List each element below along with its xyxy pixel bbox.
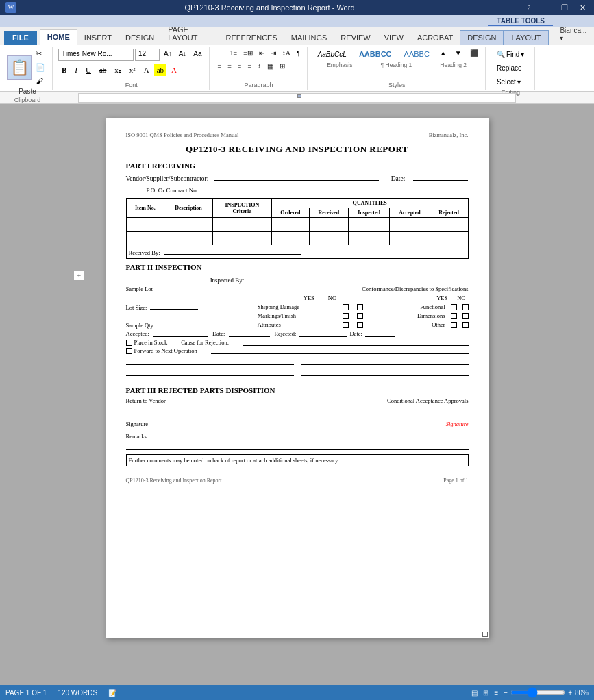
- tab-references[interactable]: REFERENCES: [219, 31, 284, 45]
- td-rejected2[interactable]: [430, 232, 468, 245]
- help-button[interactable]: ?: [523, 3, 535, 12]
- other-yes-checkbox[interactable]: [451, 322, 457, 328]
- font-color-button[interactable]: A: [168, 64, 180, 76]
- td-criteria1[interactable]: [212, 218, 271, 232]
- align-right-button[interactable]: ≡: [235, 61, 245, 73]
- td-ordered2[interactable]: [271, 232, 309, 245]
- shipping-yes-checkbox[interactable]: [343, 304, 349, 310]
- td-item1[interactable]: [126, 218, 164, 232]
- bullets-button[interactable]: ☰: [215, 48, 227, 60]
- lot-size-field[interactable]: [150, 303, 198, 310]
- style-emphasis[interactable]: AaBbCcL: [313, 49, 351, 60]
- minimize-button[interactable]: ─: [541, 3, 553, 12]
- zoom-out-button[interactable]: −: [504, 689, 508, 697]
- ruler-indent-marker[interactable]: [297, 94, 301, 98]
- inspected-by-field[interactable]: [247, 274, 384, 282]
- underline-button[interactable]: U: [82, 64, 95, 76]
- font-size-selector[interactable]: 12: [135, 49, 160, 61]
- td-criteria2[interactable]: [212, 232, 271, 245]
- return-vendor-sig-line[interactable]: [126, 407, 290, 416]
- show-formatting-button[interactable]: ¶: [294, 48, 303, 60]
- italic-button[interactable]: I: [71, 64, 81, 76]
- increase-font-size-button[interactable]: A↑: [161, 49, 175, 61]
- rejected-field[interactable]: [299, 330, 347, 337]
- td-rejected1[interactable]: [430, 218, 468, 232]
- line-spacing-button[interactable]: ↕: [255, 61, 264, 73]
- close-button[interactable]: ✕: [576, 3, 589, 12]
- tab-mailings[interactable]: MAILINGS: [284, 31, 334, 45]
- decrease-font-size-button[interactable]: A↓: [176, 49, 190, 61]
- multilevel-list-button[interactable]: ≡⊞: [240, 48, 256, 60]
- tab-acrobat[interactable]: ACROBAT: [410, 31, 460, 45]
- sample-qty-field[interactable]: [158, 321, 199, 327]
- zoom-in-button[interactable]: +: [568, 689, 572, 697]
- justify-button[interactable]: ≡: [245, 61, 255, 73]
- extra-line-4[interactable]: [301, 368, 469, 376]
- remarks-field[interactable]: [151, 430, 468, 438]
- table-insert-button[interactable]: +: [73, 270, 84, 281]
- conditional-sig-line[interactable]: [304, 407, 469, 416]
- tab-table-layout[interactable]: LAYOUT: [504, 30, 548, 45]
- bold-button[interactable]: B: [58, 64, 70, 76]
- date-field[interactable]: [413, 173, 468, 181]
- styles-scroll-up[interactable]: ▲: [437, 48, 449, 60]
- dimensions-no-checkbox[interactable]: [462, 313, 469, 319]
- td-received1[interactable]: [309, 218, 348, 232]
- select-button[interactable]: Select ▾: [492, 75, 529, 88]
- markings-yes-checkbox[interactable]: [343, 313, 349, 319]
- subscript-button[interactable]: x₂: [111, 64, 125, 76]
- strikethrough-button[interactable]: ab: [96, 64, 110, 76]
- view-outline-button[interactable]: ≡: [494, 689, 498, 697]
- dimensions-yes-checkbox[interactable]: [451, 313, 457, 319]
- tab-review[interactable]: REVIEW: [334, 31, 377, 45]
- forward-field[interactable]: [211, 347, 469, 354]
- restore-button[interactable]: ❐: [558, 3, 571, 12]
- other-no-checkbox[interactable]: [462, 322, 469, 328]
- zoom-slider[interactable]: [510, 690, 565, 695]
- cause-rejection-field[interactable]: [243, 339, 468, 346]
- td-received2[interactable]: [309, 232, 348, 245]
- remarks-second-line[interactable]: [126, 442, 469, 450]
- td-inspected2[interactable]: [348, 232, 389, 245]
- format-painter-button[interactable]: 🖌: [33, 75, 48, 88]
- resize-handle[interactable]: [482, 632, 488, 637]
- clear-formatting-button[interactable]: Aa: [190, 49, 204, 61]
- style-heading1[interactable]: AABBCC: [354, 48, 397, 60]
- view-web-button[interactable]: ⊞: [483, 689, 488, 697]
- received-by-field[interactable]: [164, 248, 301, 255]
- paste-button[interactable]: 📋: [7, 55, 32, 80]
- borders-button[interactable]: ⊞: [277, 61, 288, 73]
- forward-checkbox[interactable]: [126, 348, 132, 354]
- td-desc2[interactable]: [164, 232, 213, 245]
- align-center-button[interactable]: ≡: [225, 61, 234, 73]
- tab-insert[interactable]: INSERT: [77, 31, 119, 45]
- decrease-indent-button[interactable]: ⇤: [256, 48, 267, 60]
- align-left-button[interactable]: ≡: [215, 61, 225, 73]
- tab-table-design[interactable]: DESIGN: [460, 30, 504, 45]
- td-accepted2[interactable]: [390, 232, 430, 245]
- increase-indent-button[interactable]: ⇥: [268, 48, 279, 60]
- style-heading2[interactable]: AABBC: [399, 48, 434, 60]
- copy-button[interactable]: 📄: [33, 62, 48, 74]
- rejected-date-field[interactable]: [365, 330, 395, 337]
- view-print-button[interactable]: ▤: [471, 689, 478, 697]
- shipping-no-checkbox[interactable]: [357, 304, 363, 310]
- find-button[interactable]: 🔍 Find ▾: [492, 48, 529, 60]
- tab-page-layout[interactable]: PAGE LAYOUT: [161, 23, 219, 45]
- user-account[interactable]: Bianca... ▾: [553, 24, 594, 45]
- highlight-button[interactable]: ab: [154, 64, 166, 76]
- extra-line-1[interactable]: [126, 357, 294, 365]
- tab-design[interactable]: DESIGN: [119, 31, 161, 45]
- accepted-field[interactable]: [153, 330, 208, 337]
- markings-no-checkbox[interactable]: [357, 313, 363, 319]
- extra-line-2[interactable]: [301, 357, 469, 365]
- td-item2[interactable]: [126, 232, 164, 245]
- superscript-button[interactable]: x²: [126, 64, 139, 76]
- po-field[interactable]: [203, 184, 469, 192]
- shading-button[interactable]: ▦: [264, 61, 276, 73]
- functional-no-checkbox[interactable]: [462, 304, 469, 310]
- styles-expand[interactable]: ⬛: [467, 48, 481, 60]
- attributes-yes-checkbox[interactable]: [343, 322, 349, 328]
- td-inspected1[interactable]: [348, 218, 389, 232]
- attributes-no-checkbox[interactable]: [357, 322, 363, 328]
